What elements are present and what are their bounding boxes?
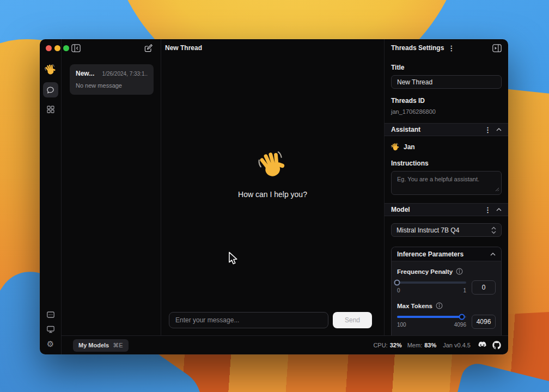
mem-value: 83%: [424, 342, 436, 348]
ribbon-chat-tab[interactable]: [43, 82, 58, 97]
chevron-up-icon[interactable]: [490, 253, 496, 256]
panel-left-toggle-icon: [71, 44, 81, 52]
resize-corner-icon[interactable]: [495, 187, 499, 192]
slider-thumb[interactable]: [394, 280, 400, 286]
collapse-right-panel-button[interactable]: [492, 44, 502, 52]
window-controls: [46, 45, 69, 51]
frequency-penalty-value[interactable]: 0: [472, 280, 496, 295]
model-select[interactable]: Mistral Instruct 7B Q4: [391, 223, 502, 237]
info-circle-icon[interactable]: [456, 268, 463, 275]
assistant-section-header[interactable]: Assistant ⋮: [385, 123, 508, 136]
model-more-icon[interactable]: ⋮: [484, 206, 491, 213]
thread-item-preview: No new message: [76, 82, 148, 89]
my-models-button[interactable]: My Models ⌘E: [73, 339, 129, 352]
status-bar: My Models ⌘E CPU: 32% Mem: 83% Jan v0.4.…: [62, 335, 508, 354]
compose-icon: [144, 44, 153, 52]
minimize-window-button[interactable]: [54, 45, 60, 51]
github-icon[interactable]: [492, 341, 501, 350]
info-circle-icon[interactable]: [436, 302, 443, 309]
thread-item-title: New...: [76, 70, 94, 77]
model-label: Model: [391, 206, 410, 213]
panel-title: Threads Settings: [391, 44, 444, 52]
page-title: New Thread: [165, 44, 202, 52]
inference-parameters-title: Inference Parameters: [397, 250, 463, 258]
more-vertical-icon[interactable]: ⋮: [448, 45, 455, 52]
frequency-penalty-label: Frequency Penalty: [397, 268, 453, 275]
zoom-window-button[interactable]: [63, 45, 69, 51]
frequency-penalty-param: Frequency Penalty: [397, 268, 496, 295]
message-input[interactable]: [169, 312, 328, 328]
send-button[interactable]: Send: [333, 312, 372, 328]
inference-parameters-card: Inference Parameters Frequency Penalty: [391, 247, 502, 335]
assistant-name: Jan: [404, 143, 415, 151]
api-server-icon[interactable]: [46, 310, 55, 319]
threads-settings-panel: Threads Settings ⋮ Title: [384, 39, 508, 335]
wave-emoji: [258, 150, 288, 180]
thread-list-item[interactable]: New... 1/26/2024, 7:33:1.. No new messag…: [70, 64, 154, 95]
instructions-label: Instructions: [391, 160, 502, 167]
slider-max: 1: [463, 287, 466, 293]
threads-id-value: jan_1706286800: [391, 108, 502, 115]
system-monitor-icon[interactable]: [46, 325, 55, 334]
model-section-header[interactable]: Model ⋮: [385, 203, 508, 216]
discord-icon[interactable]: [477, 341, 487, 349]
thread-title-input[interactable]: [391, 75, 502, 89]
thread-list-panel: New... 1/26/2024, 7:33:1.. No new messag…: [62, 39, 161, 335]
model-selected-value: Mistral Instruct 7B Q4: [396, 226, 488, 234]
greeting-text: How can I help you?: [238, 190, 307, 199]
instructions-textarea[interactable]: [391, 171, 502, 195]
wave-logo-icon: [45, 64, 57, 76]
max-tokens-value[interactable]: 4096: [472, 315, 496, 329]
chat-icon: [46, 86, 54, 94]
max-tokens-label: Max Tokens: [397, 303, 432, 309]
slider-min: 0: [397, 287, 400, 293]
max-tokens-param: Max Tokens: [397, 302, 496, 329]
select-updown-icon: [491, 226, 496, 234]
cpu-label: CPU:: [373, 342, 387, 348]
my-models-shortcut: ⌘E: [113, 342, 123, 349]
cursor-arrow: [228, 252, 238, 266]
chevron-up-icon[interactable]: [496, 208, 502, 211]
chevron-up-icon[interactable]: [496, 128, 502, 131]
collapse-left-panel-button[interactable]: [71, 44, 81, 52]
max-tokens-slider[interactable]: [397, 316, 466, 318]
cpu-value: 32%: [390, 342, 402, 348]
my-models-label: My Models: [78, 342, 109, 348]
assistant-more-icon[interactable]: ⋮: [484, 126, 491, 133]
app-version: Jan v0.4.5: [443, 342, 471, 348]
mem-label: Mem:: [407, 342, 423, 348]
new-thread-button[interactable]: [144, 44, 153, 52]
panel-right-toggle-icon: [492, 44, 502, 52]
app-ribbon: ⚙: [40, 39, 62, 354]
inference-parameters-header[interactable]: Inference Parameters: [392, 247, 501, 261]
slider-max: 4096: [454, 322, 466, 328]
jan-app-window: ⚙: [40, 39, 508, 354]
chat-panel: New Thread How can I help you? Send: [161, 39, 384, 335]
close-window-button[interactable]: [46, 45, 52, 51]
assistant-avatar-wave-icon: [391, 143, 400, 151]
title-label: Title: [391, 64, 502, 71]
slider-min: 100: [397, 322, 406, 328]
frequency-penalty-slider[interactable]: [397, 281, 466, 284]
slider-thumb[interactable]: [459, 314, 465, 320]
apps-grid-icon[interactable]: [46, 105, 55, 114]
assistant-label: Assistant: [391, 126, 420, 133]
threads-id-label: Threads ID: [391, 97, 502, 105]
settings-gear-icon[interactable]: ⚙: [47, 340, 54, 348]
thread-item-date: 1/26/2024, 7:33:1..: [102, 71, 148, 77]
